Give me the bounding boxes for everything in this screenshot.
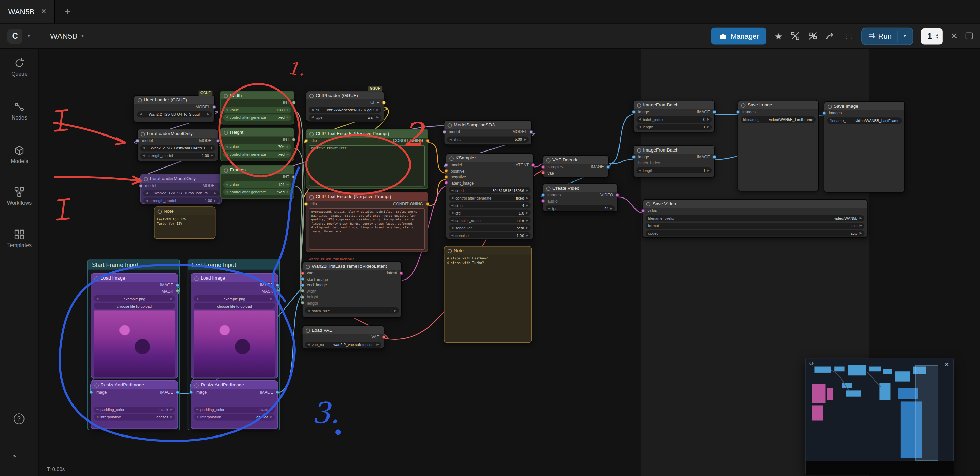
output-port[interactable] bbox=[176, 390, 180, 394]
widget-decrement[interactable]: ◀ bbox=[307, 309, 310, 312]
widget-increment[interactable]: ▶ bbox=[526, 189, 528, 192]
node-title[interactable]: ImageFromBatch bbox=[634, 146, 714, 154]
widget-increment[interactable]: ▶ bbox=[526, 226, 528, 229]
image-preview[interactable] bbox=[94, 310, 175, 377]
node-load-vae[interactable]: Load VAE VAE ◀vae_nawan2.2_vae.safetenso… bbox=[302, 325, 384, 349]
widget-decrement[interactable]: ◀ bbox=[226, 190, 228, 193]
node-ksampler[interactable]: KSampler modelLATENT positive negative l… bbox=[445, 153, 534, 240]
input-port[interactable] bbox=[444, 169, 448, 173]
input-port[interactable] bbox=[301, 289, 304, 293]
widget-sampler-name[interactable]: ◀sampler_nameeuler▶ bbox=[449, 217, 531, 223]
prompt-textarea[interactable]: overexposed, static, blurry details, sub… bbox=[309, 208, 425, 249]
node-title[interactable]: Frames bbox=[221, 166, 294, 174]
widget-value[interactable]: ◀value1280▶ bbox=[223, 107, 291, 113]
widget-control-after-generate[interactable]: ◀control after generatefixed▶ bbox=[223, 151, 291, 157]
input-port[interactable] bbox=[301, 283, 304, 287]
widget-shift[interactable]: ◀shift5.00▶ bbox=[447, 136, 529, 142]
widget-decrement[interactable]: ◀ bbox=[226, 145, 228, 148]
node-height[interactable]: Height INT ◀value704▶ ◀control after gen… bbox=[220, 128, 294, 161]
tab-wan5b[interactable]: WAN5B ✕ bbox=[0, 0, 55, 23]
stop-icon[interactable] bbox=[966, 33, 972, 40]
minimap-content[interactable] bbox=[806, 359, 955, 474]
widget-increment[interactable]: ▶ bbox=[377, 108, 379, 111]
image-preview[interactable] bbox=[194, 310, 275, 377]
widget-increment[interactable]: ▶ bbox=[286, 153, 289, 156]
widget-image-file[interactable]: ◀example.png▶ bbox=[194, 295, 275, 301]
widget-decrement[interactable]: ◀ bbox=[451, 189, 454, 192]
widget-decrement[interactable]: ◀ bbox=[139, 113, 142, 116]
widget-decrement[interactable]: ◀ bbox=[449, 138, 452, 141]
minimap-panel[interactable]: ⟳ ✕ bbox=[805, 358, 954, 474]
upload-button[interactable]: choose file to upload bbox=[194, 303, 275, 309]
node-note-1[interactable]: Note FastWAN for T2V Turbo for I2V bbox=[154, 206, 216, 239]
output-port[interactable] bbox=[292, 175, 296, 179]
output-port[interactable] bbox=[276, 390, 280, 394]
input-port[interactable] bbox=[632, 110, 636, 114]
widget-decrement[interactable]: ◀ bbox=[96, 297, 99, 300]
input-port[interactable] bbox=[304, 202, 308, 205]
widget-increment[interactable]: ▶ bbox=[377, 116, 379, 119]
widget-decrement[interactable]: ◀ bbox=[451, 204, 454, 207]
node-title[interactable]: Height bbox=[221, 128, 294, 137]
input-port[interactable] bbox=[444, 175, 448, 179]
input-port[interactable] bbox=[444, 163, 448, 167]
widget-increment[interactable]: ▶ bbox=[859, 231, 862, 235]
comfyui-logo[interactable]: C bbox=[8, 29, 22, 44]
output-port[interactable] bbox=[212, 105, 216, 108]
widget-increment[interactable]: ▶ bbox=[286, 116, 289, 119]
node-image-from-batch-2[interactable]: ImageFromBatch imageIMAGE batch_index ◀l… bbox=[633, 145, 715, 178]
input-port[interactable] bbox=[301, 301, 304, 305]
node-title[interactable]: CLIP Text Encode (Positive Prompt) bbox=[306, 129, 428, 138]
node-save-image-first-frame[interactable]: Save Image images filename_video/WAN5B_F… bbox=[738, 100, 819, 191]
widget-length[interactable]: ◀length1▶ bbox=[636, 167, 712, 173]
node-vae-decode[interactable]: VAE Decode samplesIMAGE vae bbox=[542, 155, 609, 178]
input-port[interactable] bbox=[442, 130, 446, 134]
output-port[interactable] bbox=[425, 202, 429, 205]
widget-increment[interactable]: ▶ bbox=[211, 146, 213, 150]
widget-increment[interactable]: ▶ bbox=[214, 199, 216, 202]
input-port[interactable] bbox=[301, 295, 304, 299]
widget-increment[interactable]: ▶ bbox=[526, 211, 528, 214]
node-title[interactable]: VAE Decode bbox=[543, 156, 608, 164]
star-icon[interactable]: ★ bbox=[775, 31, 783, 41]
node-title[interactable]: LoraLoaderModelOnly bbox=[137, 129, 218, 138]
sidebar-item-templates[interactable]: Templates bbox=[0, 229, 39, 248]
node-unet-loader-gguf[interactable]: GGUF Unet Loader (GGUF) MODEL ◀Wan2.2-T2… bbox=[134, 95, 215, 123]
widget-lora-name[interactable]: ◀Wan2_2_5B_FastWanFullAttn_l▶ bbox=[140, 145, 215, 151]
help-button[interactable]: ? bbox=[14, 413, 24, 424]
node-lora-loader-2-bypassed[interactable]: LoraLoaderModelOnly modelMODEL ◀Wan22_T2… bbox=[140, 174, 222, 204]
widget-decrement[interactable]: ◀ bbox=[639, 118, 641, 121]
node-title[interactable]: Save Image bbox=[738, 101, 818, 109]
minimap-close-icon[interactable]: ✕ bbox=[944, 361, 949, 368]
widget-filename-prefix[interactable]: filename_video/WAN5B_FirstFrame bbox=[741, 116, 816, 122]
widget-value[interactable]: ◀value121▶ bbox=[223, 181, 291, 187]
tab-close-icon[interactable]: ✕ bbox=[41, 8, 47, 16]
output-port[interactable] bbox=[531, 163, 535, 167]
widget-decrement[interactable]: ◀ bbox=[196, 416, 199, 419]
node-title[interactable]: Load VAE bbox=[302, 326, 384, 334]
node-load-image-end[interactable]: Load Image IMAGE MASK ◀example.png▶ choo… bbox=[191, 274, 278, 379]
node-model-sampling-sd3[interactable]: ModelSamplingSD3 modelMODEL ◀shift5.00▶ bbox=[444, 120, 532, 145]
output-port[interactable] bbox=[713, 110, 716, 114]
output-port[interactable] bbox=[176, 283, 180, 287]
workflow-name-menu[interactable]: WAN5B ▾ bbox=[50, 32, 84, 40]
input-port[interactable] bbox=[189, 390, 193, 394]
upload-button[interactable]: choose file to upload bbox=[94, 303, 175, 309]
node-title[interactable]: ResizeAndPadImage bbox=[191, 381, 277, 389]
widget-padding-color[interactable]: ◀padding_colorblack▶ bbox=[194, 406, 275, 412]
widget-control-after-generate[interactable]: ◀control after generatefixed▶ bbox=[223, 114, 291, 120]
widget-length[interactable]: ◀length1▶ bbox=[636, 124, 712, 130]
widget-increment[interactable]: ▶ bbox=[524, 138, 526, 141]
run-button[interactable]: Run ▾ bbox=[861, 27, 913, 45]
input-port[interactable] bbox=[301, 271, 304, 275]
output-port[interactable] bbox=[616, 193, 619, 197]
widget-increment[interactable]: ▶ bbox=[707, 125, 710, 128]
widget-decrement[interactable]: ◀ bbox=[451, 226, 454, 229]
node-title[interactable]: CLIPLoader (GGUF) bbox=[306, 91, 384, 99]
widget-interpolation[interactable]: ◀interpolationlanczos▶ bbox=[94, 414, 175, 420]
widget-control-after-generate[interactable]: ◀control after generatefixed▶ bbox=[223, 189, 291, 195]
group-title[interactable]: End Frame Input bbox=[188, 260, 280, 270]
input-port[interactable] bbox=[541, 199, 545, 203]
sidebar-item-models[interactable]: Models bbox=[0, 145, 39, 164]
sidebar-item-nodes[interactable]: Nodes bbox=[0, 102, 39, 121]
